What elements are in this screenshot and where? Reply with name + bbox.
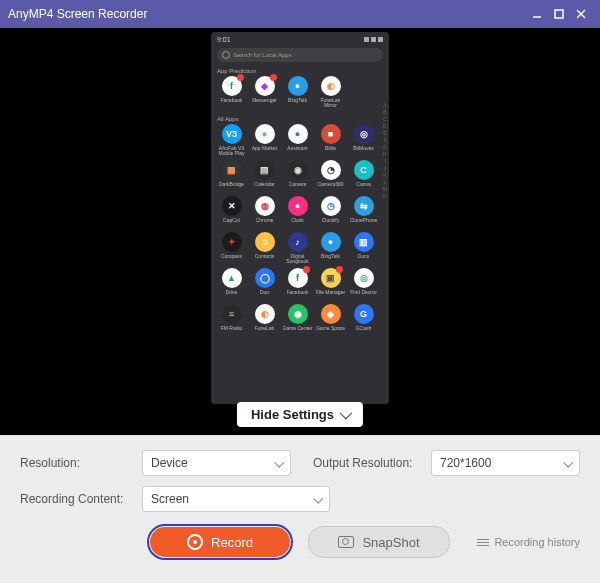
- output-resolution-select[interactable]: 720*1600: [431, 450, 580, 476]
- app-label: Contacts: [255, 254, 275, 264]
- app-icon: ●: [288, 196, 308, 216]
- resolution-label: Resolution:: [20, 456, 132, 470]
- app-item: ●BingTalk: [281, 76, 314, 108]
- app-icon: ◐: [255, 304, 275, 324]
- recording-content-label: Recording Content:: [20, 492, 132, 506]
- app-label: Drive: [226, 290, 238, 300]
- list-icon: [477, 539, 489, 546]
- phone-time: 9:01: [217, 36, 231, 43]
- preview-area: 9:01 Search for Local Apps App Predictio…: [0, 28, 600, 435]
- app-label: Bible: [325, 146, 336, 156]
- app-item: ◆Messenger: [248, 76, 281, 108]
- snapshot-button[interactable]: SnapShot: [308, 526, 450, 558]
- app-icon: G: [354, 304, 374, 324]
- app-icon: ≡: [222, 304, 242, 324]
- app-item: ◐FoneLab Mirror: [314, 76, 347, 108]
- app-item: ✕CapCut: [215, 196, 248, 228]
- app-item: ✦Compass: [215, 232, 248, 264]
- app-item: ◯Duo: [248, 268, 281, 300]
- app-icon: ●: [321, 232, 341, 252]
- app-icon: ◯: [255, 268, 275, 288]
- app-item: ⇆ClonePhone: [347, 196, 380, 228]
- app-label: Camera: [289, 182, 307, 192]
- app-icon: ◍: [255, 196, 275, 216]
- svg-rect-1: [555, 10, 563, 18]
- app-item: ◉Camera: [281, 160, 314, 192]
- app-item: ◆Game Space: [314, 304, 347, 336]
- phone-search: Search for Local Apps: [217, 48, 383, 62]
- app-icon: ◉: [288, 160, 308, 180]
- app-label: CapCut: [223, 218, 240, 228]
- app-label: Camera360: [317, 182, 343, 192]
- app-icon: ◐: [321, 76, 341, 96]
- app-window: AnyMP4 Screen Recorder 9:01 Search for L…: [0, 0, 600, 583]
- app-item: ▲Drive: [215, 268, 248, 300]
- app-item: ●BingTalk: [314, 232, 347, 264]
- app-icon: ▤: [255, 160, 275, 180]
- app-label: Clock: [291, 218, 304, 228]
- output-resolution-label: Output Resolution:: [313, 456, 421, 470]
- app-item: ●Clock: [281, 196, 314, 228]
- app-item: ♪Digital Songbook: [281, 232, 314, 264]
- search-placeholder: Search for Local Apps: [233, 52, 292, 58]
- app-label: Canva: [356, 182, 370, 192]
- app-label: Game Center: [283, 326, 313, 336]
- title-bar: AnyMP4 Screen Recorder: [0, 0, 600, 28]
- app-item: CCanva: [347, 160, 380, 192]
- app-label: GCash: [356, 326, 372, 336]
- hide-settings-button[interactable]: Hide Settings: [237, 402, 363, 427]
- app-title: AnyMP4 Screen Recorder: [8, 7, 526, 21]
- app-icon: f: [288, 268, 308, 288]
- app-label: Digital Songbook: [283, 254, 313, 264]
- record-icon: [187, 534, 203, 550]
- app-label: Duo: [260, 290, 269, 300]
- app-label: DarkBridge: [219, 182, 244, 192]
- app-icon: ◔: [321, 160, 341, 180]
- app-label: File Manager: [316, 290, 345, 300]
- app-icon: ●: [288, 124, 308, 144]
- app-label: Find Device: [350, 290, 376, 300]
- maximize-button[interactable]: [548, 3, 570, 25]
- chevron-down-icon: [313, 493, 323, 503]
- search-icon: [222, 51, 230, 59]
- close-button[interactable]: [570, 3, 592, 25]
- status-icons: [364, 37, 383, 42]
- app-item: ●Assistant: [281, 124, 314, 156]
- app-icon: ✕: [222, 196, 242, 216]
- app-item: ▦DarkBridge: [215, 160, 248, 192]
- app-label: Messenger: [252, 98, 277, 108]
- settings-row-1: Resolution: Device Output Resolution: 72…: [20, 450, 580, 476]
- app-item: GGCash: [347, 304, 380, 336]
- resolution-select[interactable]: Device: [142, 450, 291, 476]
- chevron-down-icon: [563, 457, 573, 467]
- notification-badge: [336, 266, 343, 273]
- app-label: FoneLab Mirror: [316, 98, 346, 108]
- app-icon: ◆: [255, 76, 275, 96]
- app-label: Calendar: [254, 182, 274, 192]
- chevron-down-icon: [340, 407, 353, 420]
- minimize-button[interactable]: [526, 3, 548, 25]
- phone-status-bar: 9:01: [211, 32, 389, 46]
- notification-badge: [270, 74, 277, 81]
- notification-badge: [303, 266, 310, 273]
- app-icon: ◉: [288, 304, 308, 324]
- app-item: ●App Market: [248, 124, 281, 156]
- app-icon: ▣: [321, 268, 341, 288]
- app-label: BingTalk: [321, 254, 340, 264]
- app-label: FM Radio: [221, 326, 243, 336]
- app-item: ◷Clockify: [314, 196, 347, 228]
- app-label: Compass: [221, 254, 242, 264]
- app-item: ☺Contacts: [248, 232, 281, 264]
- app-icon: ▥: [354, 232, 374, 252]
- app-item: ■Bible: [314, 124, 347, 156]
- recording-content-select[interactable]: Screen: [142, 486, 330, 512]
- action-row: Record SnapShot Recording history: [20, 526, 580, 558]
- alpha-index: A B C D E F G H I J K L M N: [383, 102, 387, 200]
- app-icon: ■: [321, 124, 341, 144]
- record-button[interactable]: Record: [150, 527, 290, 557]
- recording-history-link[interactable]: Recording history: [477, 536, 580, 548]
- app-item: V3AfroFab V3 Mobile Play: [215, 124, 248, 156]
- app-label: Clockify: [322, 218, 340, 228]
- app-item: ◉Game Center: [281, 304, 314, 336]
- settings-panel: Resolution: Device Output Resolution: 72…: [0, 435, 600, 583]
